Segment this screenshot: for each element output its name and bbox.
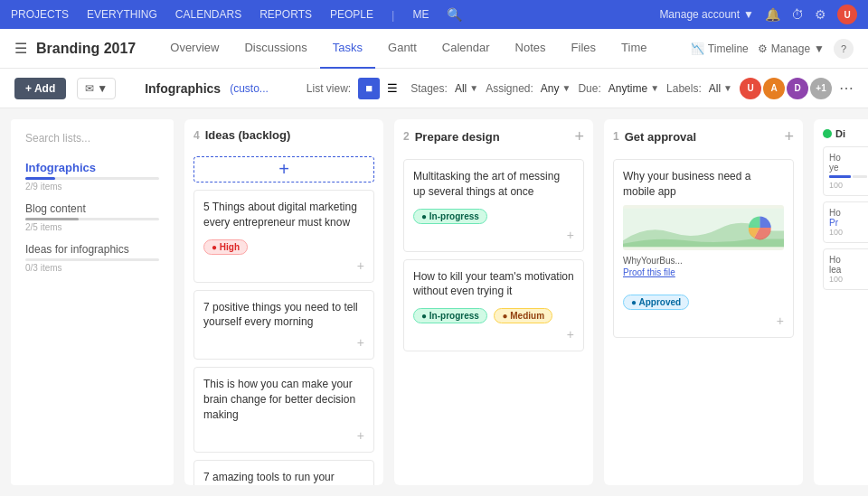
card[interactable]: How to kill your team's motivation witho… xyxy=(403,259,584,352)
avatar-u[interactable]: U xyxy=(740,78,761,99)
clock-icon[interactable]: ⏱ xyxy=(791,7,804,22)
manage-account-btn[interactable]: Manage account ▼ xyxy=(659,8,754,21)
assigned-filter[interactable]: Any ▼ xyxy=(541,82,571,95)
tab-files[interactable]: Files xyxy=(559,29,609,69)
tab-discussions[interactable]: Discussions xyxy=(231,29,319,69)
labels-filter[interactable]: All ▼ xyxy=(709,82,732,95)
mail-icon: ✉ xyxy=(85,82,94,95)
column-ideas-backlog: 4 Ideas (backlog) + 5 Things about digit… xyxy=(184,119,383,485)
column-header: 4 Ideas (backlog) xyxy=(193,128,374,147)
list-view-label: List view: xyxy=(307,82,351,95)
chevron-down-icon: ▼ xyxy=(650,83,659,93)
list-name: Infographics xyxy=(145,81,221,96)
card-add-icon[interactable]: + xyxy=(203,428,364,443)
top-nav-right: Manage account ▼ 🔔 ⏱ ⚙ U xyxy=(659,5,857,24)
tab-notes[interactable]: Notes xyxy=(503,29,559,69)
search-icon[interactable]: 🔍 xyxy=(447,7,462,22)
view-toggle: ■ ☰ xyxy=(358,78,403,99)
sidebar-item-name: Ideas for infographics xyxy=(25,243,159,256)
card[interactable]: This is how you can make your brain chan… xyxy=(193,367,374,452)
card-add-icon[interactable]: + xyxy=(203,335,364,350)
bell-icon[interactable]: 🔔 xyxy=(765,7,780,22)
partial-card[interactable]: Ho ye 100 xyxy=(823,146,868,196)
help-button[interactable]: ? xyxy=(834,39,854,59)
card-add-icon[interactable]: + xyxy=(203,258,364,273)
search-lists-placeholder[interactable]: Search lists... xyxy=(20,128,165,148)
sidebar-item-blog[interactable]: Blog content 2/5 items xyxy=(20,197,165,238)
second-navigation: ☰ Branding 2017 Overview Discussions Tas… xyxy=(0,29,868,69)
list-view-icon[interactable]: ☰ xyxy=(382,78,403,99)
tab-time[interactable]: Time xyxy=(609,29,659,69)
proof-link[interactable]: Proof this file xyxy=(623,267,784,277)
card[interactable]: 5 Things about digital marketing every e… xyxy=(193,190,374,283)
card-add-icon[interactable]: + xyxy=(623,314,784,328)
tab-overview[interactable]: Overview xyxy=(157,29,231,69)
grid-view-icon[interactable]: ■ xyxy=(358,78,380,99)
settings-icon[interactable]: ⚙ xyxy=(815,7,826,22)
tag-inprogress: ● In-progress xyxy=(413,308,487,323)
mail-button[interactable]: ✉ ▼ xyxy=(77,78,116,99)
nav-people[interactable]: PEOPLE xyxy=(330,8,373,21)
tab-gantt[interactable]: Gantt xyxy=(375,29,429,69)
card-add-icon[interactable]: + xyxy=(413,327,574,342)
tag-medium: ● Medium xyxy=(494,308,552,323)
nav-projects[interactable]: PROJECTS xyxy=(11,8,69,21)
column-title: Prepare design xyxy=(415,130,500,144)
col-right-title: Di xyxy=(835,128,845,139)
column-right-partial: Di Ho ye 100 Ho Pr 100 Ho lea 100 xyxy=(814,119,868,485)
sidebar-item-infographics[interactable]: Infographics 2/9 items xyxy=(20,155,165,197)
gear-icon: ⚙ xyxy=(758,42,768,55)
more-options-icon[interactable]: ⋯ xyxy=(839,80,854,97)
toolbar-center: Infographics (custo... xyxy=(145,81,269,96)
list-custom[interactable]: (custo... xyxy=(230,82,269,95)
card-filename: WhyYourBus... xyxy=(623,256,784,266)
nav-calendars[interactable]: CALENDARS xyxy=(175,8,241,21)
nav-me[interactable]: ME xyxy=(412,8,429,21)
chevron-down-icon: ▼ xyxy=(97,82,108,95)
column-title: Get approval xyxy=(625,130,696,144)
nav-reports[interactable]: REPORTS xyxy=(259,8,312,21)
partial-link[interactable]: Pr xyxy=(829,218,868,228)
top-nav-left: PROJECTS EVERYTHING CALENDARS REPORTS PE… xyxy=(11,7,462,22)
stages-filter[interactable]: All ▼ xyxy=(455,82,478,95)
card-image xyxy=(623,205,784,250)
add-card-button[interactable]: + xyxy=(574,128,584,145)
timeline-button[interactable]: 📉 Timeline xyxy=(691,42,749,55)
card[interactable]: 7 amazing tools to run your business suc… xyxy=(193,460,374,485)
card[interactable]: 7 positive things you need to tell yours… xyxy=(193,290,374,360)
avatar-a[interactable]: A xyxy=(763,78,785,99)
add-card-button-top[interactable]: + xyxy=(193,156,374,182)
sidebar-item-ideas[interactable]: Ideas for infographics 0/3 items xyxy=(20,238,165,278)
column-header: 1 Get approval + xyxy=(613,128,794,150)
stages-label: Stages: xyxy=(410,82,448,95)
chevron-down-icon: ▼ xyxy=(723,83,732,93)
chevron-down-icon: ▼ xyxy=(469,83,478,93)
avatar-extra[interactable]: +1 xyxy=(810,78,832,99)
partial-text: Ho xyxy=(829,255,868,265)
user-avatar[interactable]: U xyxy=(837,5,857,24)
toolbar-right: List view: ■ ☰ Stages: All ▼ Assigned: A… xyxy=(307,78,854,99)
column-count: 4 xyxy=(193,129,200,142)
card-title: 7 positive things you need to tell yours… xyxy=(203,300,364,331)
chevron-down-icon: ▼ xyxy=(743,8,754,21)
card[interactable]: Multitasking the art of messing up sever… xyxy=(403,159,584,252)
partial-card[interactable]: Ho lea 100 xyxy=(823,248,868,290)
hamburger-icon[interactable]: ☰ xyxy=(14,40,27,57)
progress-bar-wrap xyxy=(25,218,159,220)
due-filter[interactable]: Anytime ▼ xyxy=(609,82,659,95)
column-get-approval: 1 Get approval + Why your business need … xyxy=(604,119,803,485)
tab-calendar[interactable]: Calendar xyxy=(429,29,503,69)
sidebar-count: 0/3 items xyxy=(25,263,159,273)
partial-card[interactable]: Ho Pr 100 xyxy=(823,201,868,243)
partial-text: Ho xyxy=(829,208,868,218)
sidebar-item-name: Blog content xyxy=(25,202,159,215)
avatar-d[interactable]: D xyxy=(787,78,808,99)
partial-bars xyxy=(829,175,868,178)
add-card-button[interactable]: + xyxy=(784,128,794,145)
manage-button[interactable]: ⚙ Manage ▼ xyxy=(758,42,825,55)
tab-tasks[interactable]: Tasks xyxy=(320,29,375,69)
nav-everything[interactable]: EVERYTHING xyxy=(87,8,157,21)
card[interactable]: Why your business need a mobile app WhyY… xyxy=(613,159,794,338)
add-button[interactable]: + Add xyxy=(14,78,66,99)
card-add-icon[interactable]: + xyxy=(413,228,574,242)
